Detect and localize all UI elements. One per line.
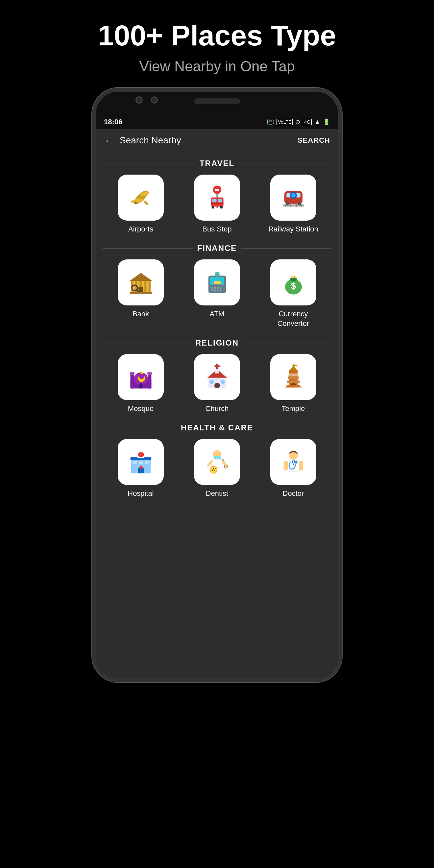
volte-icon: VoLTE [277, 119, 292, 125]
bank-icon [127, 269, 155, 297]
church-item[interactable]: Church [191, 354, 243, 414]
temple-icon [279, 363, 307, 391]
bank-label: Bank [132, 309, 149, 319]
signal-icon: ▲ [314, 118, 320, 125]
phone-speaker [194, 98, 240, 104]
mosque-icon [127, 363, 155, 391]
railway-station-icon-wrap [270, 175, 316, 221]
svg-rect-88 [285, 386, 302, 388]
church-icon [203, 363, 231, 391]
railway-station-item[interactable]: Railway Station [267, 175, 319, 234]
currency-convertor-item[interactable]: $ Currency Convertor [267, 259, 319, 328]
airports-icon-wrap [118, 175, 164, 221]
temple-item[interactable]: Temple [267, 354, 319, 414]
phone-notch [96, 92, 338, 115]
svg-rect-104 [213, 456, 220, 459]
vibrate-icon: 📳 [267, 118, 274, 126]
svg-rect-89 [286, 385, 301, 386]
currency-convertor-icon-wrap: $ [270, 259, 316, 305]
phone-wrapper: 18:06 📳 VoLTE ⊙ 4G ▲ 🔋 ← Search Nearby S… [92, 88, 342, 682]
bank-icon-wrap [118, 259, 164, 305]
bus-stop-icon [203, 183, 231, 211]
bus-stop-item[interactable]: Bus Stop [191, 175, 243, 234]
svg-rect-64 [148, 373, 151, 389]
phone-frame: 18:06 📳 VoLTE ⊙ 4G ▲ 🔋 ← Search Nearby S… [92, 88, 342, 682]
status-bar: 18:06 📳 VoLTE ⊙ 4G ▲ 🔋 [96, 115, 338, 129]
hero-subtitle: View Nearby in One Tap [7, 58, 427, 74]
religion-line-left [102, 343, 191, 343]
svg-point-28 [298, 202, 301, 206]
back-button[interactable]: ← [104, 134, 115, 147]
svg-point-53 [215, 272, 220, 277]
finance-line-left [102, 248, 193, 249]
svg-rect-81 [287, 380, 300, 383]
doctor-item[interactable]: Doctor [267, 439, 319, 498]
finance-section: FINANCE [96, 237, 338, 332]
svg-point-50 [214, 289, 216, 291]
church-label: Church [206, 404, 229, 414]
screen-content: TRAVEL [96, 152, 338, 678]
hero-section: 100+ Places Type View Nearby in One Tap [0, 0, 434, 88]
finance-header: FINANCE [102, 244, 332, 253]
mosque-icon-wrap [118, 354, 164, 400]
svg-rect-97 [139, 461, 143, 464]
health-title: HEALTH & CARE [181, 423, 253, 432]
svg-rect-74 [215, 366, 220, 367]
svg-rect-95 [137, 454, 144, 456]
svg-text:$: $ [291, 281, 296, 291]
church-icon-wrap [194, 354, 240, 400]
svg-point-61 [134, 373, 148, 385]
atm-icon [203, 269, 231, 297]
dentist-item[interactable]: W Dentist [191, 439, 243, 498]
status-icons: 📳 VoLTE ⊙ 4G ▲ 🔋 [267, 118, 330, 126]
atm-label: ATM [210, 309, 224, 319]
status-time: 18:06 [104, 118, 122, 126]
page-title: Search Nearby [120, 135, 298, 146]
svg-point-47 [217, 287, 218, 289]
svg-point-5 [134, 202, 136, 204]
currency-convertor-icon: $ [279, 269, 307, 297]
svg-point-27 [286, 202, 289, 206]
finance-grid: Bank [102, 259, 332, 328]
dentist-icon: W [203, 448, 231, 476]
svg-rect-118 [283, 461, 288, 470]
svg-rect-19 [290, 204, 291, 208]
finance-title: FINANCE [197, 244, 237, 253]
svg-rect-20 [295, 204, 297, 208]
health-section: HEALTH & CARE [96, 416, 338, 502]
airports-item[interactable]: Airports [115, 175, 167, 234]
atm-icon-wrap [194, 259, 240, 305]
network-icon: 4G [303, 119, 312, 125]
camera-dot-1 [135, 96, 143, 103]
travel-header: TRAVEL [102, 159, 332, 168]
svg-rect-44 [212, 284, 222, 285]
bank-item[interactable]: Bank [115, 259, 167, 328]
search-button[interactable]: SEARCH [298, 136, 330, 145]
svg-rect-62 [130, 373, 134, 389]
phone-cameras [135, 96, 158, 103]
svg-point-52 [220, 289, 221, 291]
svg-point-65 [147, 372, 152, 375]
svg-rect-98 [145, 461, 149, 464]
health-header: HEALTH & CARE [102, 423, 332, 432]
svg-point-26 [291, 193, 296, 197]
atm-item[interactable]: ATM [191, 259, 243, 328]
dentist-icon-wrap: W [194, 439, 240, 485]
religion-section: RELIGION [96, 332, 338, 417]
airports-icon [127, 183, 155, 211]
bus-stop-label: Bus Stop [202, 224, 231, 234]
doctor-icon [279, 448, 307, 476]
religion-line-right [243, 343, 332, 343]
svg-rect-96 [132, 461, 137, 464]
camera-dot-2 [151, 96, 158, 103]
hospital-item[interactable]: Hospital [115, 439, 167, 498]
svg-rect-80 [288, 376, 299, 379]
mosque-label: Mosque [128, 404, 154, 414]
doctor-label: Doctor [283, 489, 304, 498]
mosque-item[interactable]: Mosque [115, 354, 167, 414]
health-line-right [257, 428, 332, 428]
svg-rect-35 [146, 281, 148, 292]
svg-point-45 [211, 287, 213, 289]
svg-rect-101 [139, 467, 143, 468]
svg-point-49 [211, 289, 213, 291]
